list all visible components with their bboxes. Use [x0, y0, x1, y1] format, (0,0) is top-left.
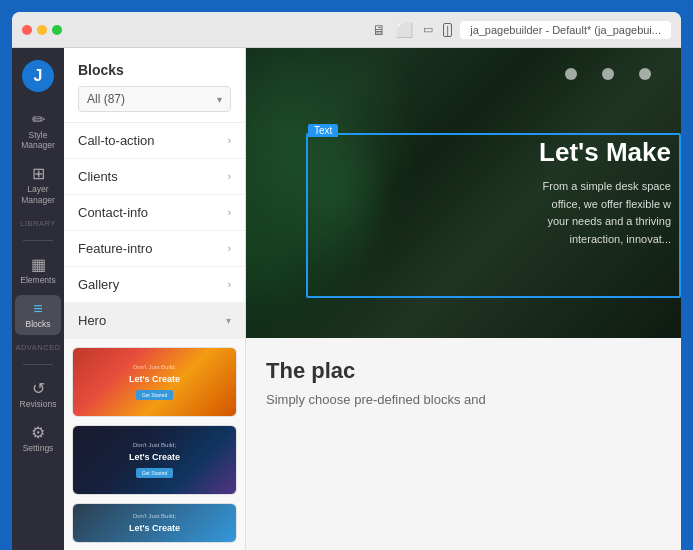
list-item-label: Call-to-action: [78, 133, 155, 148]
browser-toolbar: 🖥 ⬜ ▭ | ja_pagebuilder - Default* (ja_pa…: [12, 12, 681, 48]
close-dot[interactable]: [22, 25, 32, 35]
hero-thumb-2[interactable]: Don't Just Build; Let's Create Get Start…: [72, 425, 237, 495]
list-item-contact-info[interactable]: Contact-info ›: [64, 195, 245, 231]
preview-hero-section: Text Let's Make From a simple desk space…: [246, 48, 681, 338]
hero-lights-decoration: [565, 68, 651, 80]
chevron-right-icon: ›: [228, 279, 231, 290]
elements-icon: ▦: [31, 257, 46, 273]
blocks-panel-title: Blocks: [78, 62, 231, 78]
list-item-feature-intro[interactable]: Feature-intro ›: [64, 231, 245, 267]
preview-bottom-title: The plac: [266, 358, 661, 384]
sidebar-item-layer-manager[interactable]: ⊞ Layer Manager: [15, 160, 61, 210]
hero-thumb-3-title: Let's Create: [129, 523, 180, 533]
blocks-filter-dropdown[interactable]: All (87) ▾: [78, 86, 231, 112]
sidebar-item-elements[interactable]: ▦ Elements: [15, 251, 61, 291]
hero-thumb-3-content: Don't Just Build; Let's Create: [73, 504, 236, 542]
minimize-dot[interactable]: [37, 25, 47, 35]
hero-light-1: [565, 68, 577, 80]
browser-window: 🖥 ⬜ ▭ | ja_pagebuilder - Default* (ja_pa…: [12, 12, 681, 550]
hero-light-3: [639, 68, 651, 80]
hero-thumb-1-content: Don't Just Build; Let's Create Get Start…: [73, 348, 236, 416]
list-item-gallery[interactable]: Gallery ›: [64, 267, 245, 303]
list-item-hero[interactable]: Hero ▾: [64, 303, 245, 339]
sidebar-item-style-manager[interactable]: ✏ Style Manager: [15, 106, 61, 156]
browser-content: J ✏ Style Manager ⊞ Layer Manager LIBRAR…: [12, 48, 681, 550]
chevron-right-icon: ›: [228, 243, 231, 254]
hero-thumb-3-tagline: Don't Just Build;: [133, 513, 176, 519]
sidebar-divider-1: [23, 240, 53, 241]
list-item-label: Hero: [78, 313, 106, 328]
mobile-icon[interactable]: |: [443, 23, 452, 37]
chevron-down-icon: ▾: [226, 315, 231, 326]
blocks-header: Blocks All (87) ▾: [64, 48, 245, 123]
sidebar-logo[interactable]: J: [22, 60, 54, 92]
hero-thumb-1[interactable]: Don't Just Build; Let's Create Get Start…: [72, 347, 237, 417]
blocks-list: Call-to-action › Clients › Contact-info …: [64, 123, 245, 550]
style-manager-icon: ✏: [32, 112, 45, 128]
text-badge: Text: [308, 124, 338, 137]
list-item-label: Contact-info: [78, 205, 148, 220]
address-text: ja_pagebuilder - Default* (ja_pagebui...: [470, 24, 661, 36]
sidebar: J ✏ Style Manager ⊞ Layer Manager LIBRAR…: [12, 48, 64, 550]
chevron-down-icon: ▾: [217, 94, 222, 105]
hero-thumb-2-title: Let's Create: [129, 452, 180, 462]
app-container: 🖥 ⬜ ▭ | ja_pagebuilder - Default* (ja_pa…: [0, 0, 693, 550]
blocks-icon: ≡: [33, 301, 42, 317]
list-item-label: Feature-intro: [78, 241, 152, 256]
hero-thumbnails-section: Don't Just Build; Let's Create Get Start…: [64, 339, 245, 550]
hero-title: Let's Make: [539, 137, 671, 168]
preview-bottom-section: The plac Simply choose pre-defined block…: [246, 338, 681, 427]
list-item-call-to-action[interactable]: Call-to-action ›: [64, 123, 245, 159]
hero-thumb-2-btn: Get Started: [136, 468, 174, 478]
hero-thumb-1-btn: Get Started: [136, 390, 174, 400]
chevron-right-icon: ›: [228, 207, 231, 218]
sidebar-divider-2: [23, 364, 53, 365]
canvas-area: Text Let's Make From a simple desk space…: [246, 48, 681, 550]
blocks-panel: Blocks All (87) ▾ Call-to-action ›: [64, 48, 246, 550]
layer-manager-icon: ⊞: [32, 166, 45, 182]
list-item-label: Gallery: [78, 277, 119, 292]
hero-thumb-2-tagline: Don't Just Build;: [133, 442, 176, 448]
hero-thumb-1-tagline: Don't Just Build;: [133, 364, 176, 370]
hero-thumb-2-content: Don't Just Build; Let's Create Get Start…: [73, 426, 236, 494]
sidebar-item-settings[interactable]: ⚙ Settings: [15, 419, 61, 459]
hero-light-2: [602, 68, 614, 80]
library-section-label: LIBRARY: [20, 219, 55, 228]
hero-thumb-3[interactable]: Don't Just Build; Let's Create: [72, 503, 237, 543]
laptop-icon[interactable]: ▭: [423, 23, 433, 36]
hero-description: From a simple desk space office, we offe…: [539, 178, 671, 248]
monitor-icon[interactable]: 🖥: [372, 22, 386, 38]
device-icons: 🖥 ⬜ ▭ |: [372, 22, 452, 38]
preview-bottom-text: Simply choose pre-defined blocks and: [266, 392, 661, 407]
address-bar[interactable]: ja_pagebuilder - Default* (ja_pagebui...: [460, 21, 671, 39]
settings-icon: ⚙: [31, 425, 45, 441]
sidebar-item-revisions[interactable]: ↺ Revisions: [15, 375, 61, 415]
list-item-label: Clients: [78, 169, 118, 184]
sidebar-item-blocks[interactable]: ≡ Blocks: [15, 295, 61, 335]
address-area: 🖥 ⬜ ▭ | ja_pagebuilder - Default* (ja_pa…: [68, 21, 671, 39]
chevron-right-icon: ›: [228, 171, 231, 182]
maximize-dot[interactable]: [52, 25, 62, 35]
tablet-icon[interactable]: ⬜: [396, 22, 413, 38]
window-controls: [22, 25, 62, 35]
revisions-icon: ↺: [32, 381, 45, 397]
hero-text-content: Let's Make From a simple desk space offi…: [539, 137, 671, 248]
blocks-filter-value: All (87): [87, 92, 125, 106]
canvas-preview: Text Let's Make From a simple desk space…: [246, 48, 681, 550]
advanced-section-label: ADVANCED: [15, 343, 60, 352]
chevron-right-icon: ›: [228, 135, 231, 146]
hero-thumb-1-title: Let's Create: [129, 374, 180, 384]
list-item-clients[interactable]: Clients ›: [64, 159, 245, 195]
